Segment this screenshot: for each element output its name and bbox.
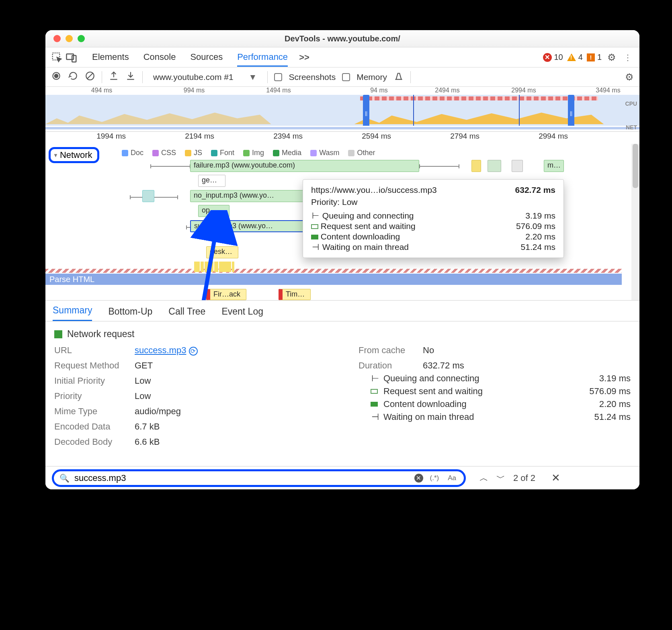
- reload-icon[interactable]: [68, 71, 78, 83]
- scrollbar[interactable]: [631, 144, 639, 300]
- settings-icon[interactable]: ⚙: [606, 51, 618, 63]
- error-icon: ✕: [543, 53, 552, 62]
- main-toolbar: Elements Console Sources Performance >> …: [45, 47, 639, 68]
- screenshots-checkbox[interactable]: [274, 73, 282, 81]
- panel-tabs: Elements Console Sources Performance: [92, 48, 288, 67]
- upload-icon[interactable]: [109, 71, 119, 83]
- warning-icon: [567, 53, 576, 61]
- bar-ge[interactable]: ge…: [198, 175, 225, 187]
- search-bar: 🔍 ✕ (.*) Aa ︿ ﹀ 2 of 2 ✕: [45, 466, 639, 489]
- bar-parse-html[interactable]: Parse HTML: [45, 274, 622, 285]
- tab-sources[interactable]: Sources: [190, 48, 223, 67]
- tab-performance[interactable]: Performance: [237, 48, 288, 67]
- issue-icon: !: [587, 53, 595, 61]
- zoom-icon[interactable]: [78, 35, 85, 42]
- chevron-down-icon: ▼: [249, 72, 257, 82]
- legend-wasm[interactable]: Wasm: [310, 149, 339, 157]
- match-count: 2 of 2: [513, 473, 535, 483]
- error-count[interactable]: ✕ 10: [543, 53, 563, 62]
- summary-panel: Network request URLsuccess.mp3 ⟳ Request…: [45, 321, 639, 466]
- tooltip-duration: 632.72 ms: [515, 185, 555, 195]
- tooltip-url: https://www.you…io/success.mp3: [311, 185, 437, 195]
- tab-elements[interactable]: Elements: [92, 48, 129, 67]
- bar-failure[interactable]: failure.mp3 (www.youtube.com): [190, 160, 419, 172]
- legend-css[interactable]: CSS: [152, 149, 176, 157]
- overview-timeline[interactable]: 494 ms994 ms1494 ms94 ms2494 ms2994 ms34…: [45, 87, 639, 132]
- network-legend: DocCSSJSFontImgMediaWasmOther: [122, 149, 375, 157]
- devtools-window: DevTools - www.youtube.com/ Elements Con…: [45, 30, 639, 489]
- legend-img[interactable]: Img: [243, 149, 264, 157]
- replay-icon[interactable]: ⟳: [189, 347, 198, 356]
- clear-icon[interactable]: [85, 71, 95, 83]
- regex-toggle[interactable]: (.*): [428, 473, 441, 483]
- gc-icon[interactable]: [393, 71, 404, 83]
- issue-count[interactable]: ! 1: [587, 53, 602, 62]
- close-search-icon[interactable]: ✕: [551, 472, 560, 484]
- legend-doc[interactable]: Doc: [122, 149, 143, 157]
- case-toggle[interactable]: Aa: [446, 473, 458, 483]
- clear-search-icon[interactable]: ✕: [414, 474, 423, 483]
- net-label: NET: [626, 124, 637, 131]
- traffic-lights: [53, 35, 85, 42]
- legend-font[interactable]: Font: [211, 149, 234, 157]
- bar-op[interactable]: op…: [198, 205, 229, 217]
- svg-point-4: [55, 74, 58, 78]
- target-select[interactable]: www.youtube.com #1 ▼: [149, 71, 261, 84]
- tab-summary[interactable]: Summary: [53, 305, 92, 321]
- tab-bottom-up[interactable]: Bottom-Up: [108, 306, 152, 321]
- tooltip-priority: Priority: Low: [311, 197, 555, 207]
- device-toggle-icon[interactable]: [66, 51, 78, 63]
- perf-toolbar: www.youtube.com #1 ▼ Screenshots Memory …: [45, 68, 639, 87]
- inspect-icon[interactable]: [51, 51, 63, 63]
- flamechart[interactable]: 1994 ms2194 ms2394 ms2594 ms2794 ms2994 …: [45, 132, 639, 301]
- capture-settings-icon[interactable]: ⚙: [625, 72, 634, 83]
- network-section-toggle[interactable]: Network: [49, 147, 99, 163]
- hover-tooltip: https://www.you…io/success.mp3 632.72 ms…: [303, 179, 564, 258]
- bar-m[interactable]: m…: [544, 160, 564, 172]
- next-match-icon[interactable]: ﹀: [496, 472, 505, 484]
- more-tabs-icon[interactable]: >>: [298, 51, 310, 63]
- bar-no-input[interactable]: no_input.mp3 (www.yo…: [190, 190, 307, 202]
- cpu-label: CPU: [625, 100, 637, 107]
- search-input[interactable]: [74, 473, 410, 483]
- titlebar: DevTools - www.youtube.com/: [45, 30, 639, 47]
- flame-row: [194, 262, 622, 272]
- tab-console[interactable]: Console: [143, 48, 176, 67]
- search-icon: 🔍: [59, 473, 70, 483]
- search-pill: 🔍 ✕ (.*) Aa: [52, 469, 466, 487]
- bar-success[interactable]: success.mp3 (www.yo…: [190, 220, 307, 232]
- tab-event-log[interactable]: Event Log: [221, 306, 263, 321]
- warning-count[interactable]: 4: [567, 53, 583, 62]
- close-icon[interactable]: [53, 35, 61, 42]
- record-icon[interactable]: [51, 71, 61, 83]
- window-title: DevTools - www.youtube.com/: [45, 34, 639, 43]
- summary-tabs: Summary Bottom-Up Call Tree Event Log: [45, 301, 639, 321]
- kebab-icon[interactable]: ⋮: [622, 51, 634, 63]
- bar-fir[interactable]: Fir…ack: [206, 289, 246, 300]
- svg-line-6: [87, 73, 93, 79]
- memory-checkbox[interactable]: [342, 73, 350, 81]
- memory-label: Memory: [356, 72, 387, 82]
- prev-match-icon[interactable]: ︿: [479, 472, 488, 484]
- tab-call-tree[interactable]: Call Tree: [168, 306, 205, 321]
- minimize-icon[interactable]: [66, 35, 73, 42]
- bar-tim[interactable]: Tim…: [279, 289, 311, 300]
- summary-heading: Network request: [54, 329, 631, 340]
- screenshots-label: Screenshots: [289, 72, 336, 82]
- bar-desk[interactable]: desk…: [206, 246, 238, 258]
- download-icon[interactable]: [125, 71, 136, 83]
- legend-other[interactable]: Other: [348, 149, 375, 157]
- summary-url-link[interactable]: success.mp3: [135, 345, 186, 355]
- legend-media[interactable]: Media: [273, 149, 301, 157]
- legend-js[interactable]: JS: [185, 149, 202, 157]
